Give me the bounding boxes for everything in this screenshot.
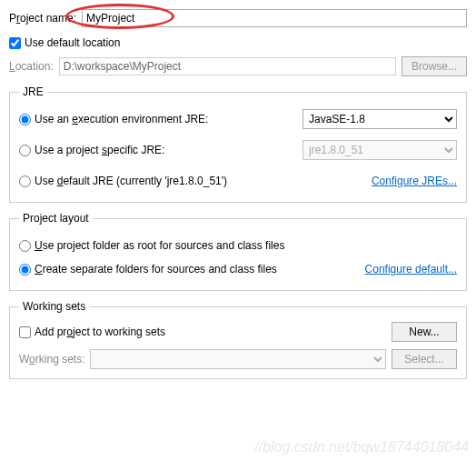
working-sets-combo-label: Working sets:	[19, 353, 84, 366]
jre-specific-select: jre1.8.0_51	[302, 140, 457, 160]
select-working-sets-button: Select...	[392, 349, 457, 369]
working-sets-combo	[90, 349, 386, 369]
layout-legend: Project layout	[19, 212, 93, 225]
jre-group: JRE Use an execution environment JRE: Ja…	[9, 85, 467, 203]
configure-default-link[interactable]: Configure default...	[365, 263, 457, 276]
jre-exec-env-label: Use an execution environment JRE:	[35, 113, 208, 125]
layout-separate-radio[interactable]	[19, 264, 31, 276]
jre-exec-env-select[interactable]: JavaSE-1.8	[302, 109, 457, 129]
layout-root-radio[interactable]	[19, 240, 31, 252]
browse-button: Browse...	[402, 56, 467, 76]
jre-default-radio[interactable]	[19, 175, 31, 187]
working-sets-group: Working sets Add project to working sets…	[9, 300, 467, 379]
jre-default-label: Use default JRE (currently 'jre1.8.0_51'…	[35, 175, 227, 187]
use-default-location-checkbox[interactable]	[9, 37, 21, 49]
jre-specific-radio[interactable]	[19, 145, 31, 156]
project-name-label: Project name:	[9, 12, 76, 25]
jre-exec-env-radio[interactable]	[19, 114, 31, 125]
add-working-sets-checkbox[interactable]	[19, 326, 31, 338]
location-label: Location:	[9, 60, 54, 73]
add-working-sets-label: Add project to working sets	[35, 326, 165, 338]
configure-jres-link[interactable]: Configure JREs...	[372, 175, 457, 187]
jre-specific-label: Use a project specific JRE:	[35, 144, 164, 156]
location-input	[59, 57, 396, 75]
working-sets-legend: Working sets	[19, 300, 89, 313]
layout-separate-label: Create separate folders for sources and …	[35, 263, 277, 276]
layout-group: Project layout Use project folder as roo…	[9, 212, 467, 291]
layout-root-label: Use project folder as root for sources a…	[35, 239, 284, 252]
project-name-input[interactable]	[82, 9, 467, 27]
new-working-set-button[interactable]: New...	[392, 322, 457, 342]
use-default-location-label: Use default location	[25, 36, 120, 49]
jre-legend: JRE	[19, 85, 47, 98]
